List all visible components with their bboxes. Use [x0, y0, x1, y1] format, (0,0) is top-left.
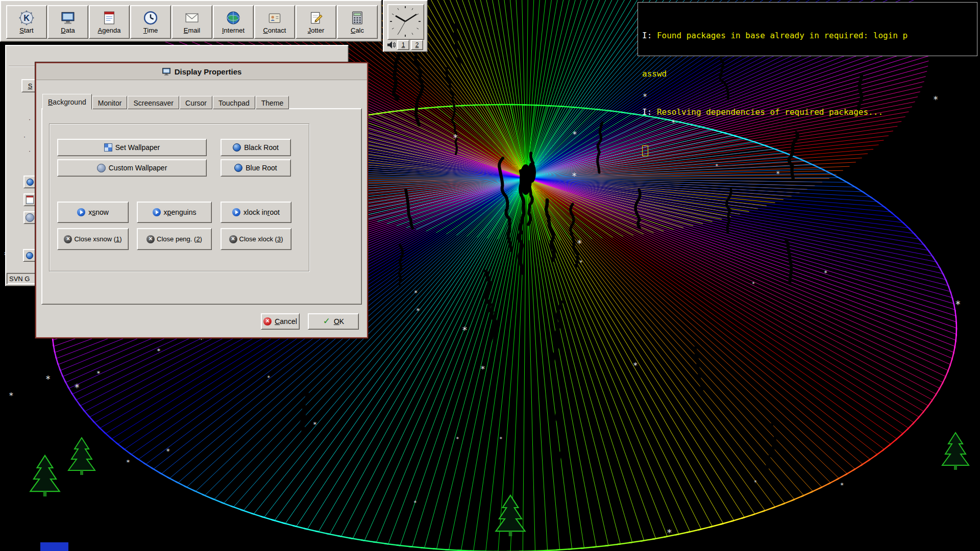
- tab-touchpad[interactable]: Touchpad: [213, 96, 255, 109]
- close-xlock-button[interactable]: Close xlock (3): [220, 228, 291, 250]
- globe-icon: [233, 143, 241, 152]
- dialog-titlebar[interactable]: Display Properties: [36, 63, 367, 80]
- display-icon: [162, 67, 171, 76]
- display-properties-dialog[interactable]: Display Properties Background Monitor Sc…: [35, 62, 368, 338]
- black-root-button[interactable]: Black Root: [220, 139, 291, 156]
- jotter-icon: [308, 10, 324, 26]
- wallpaper-grid-icon: [104, 143, 112, 152]
- background-window-icon-button-4[interactable]: [23, 249, 36, 262]
- terminal-line: [642, 144, 973, 157]
- analog-clock[interactable]: [387, 4, 424, 40]
- internet-icon: [226, 10, 241, 26]
- time-icon: [143, 10, 158, 26]
- taskbar-internet-button[interactable]: Internet: [213, 5, 254, 39]
- xpenguins-button[interactable]: xpenguins: [137, 202, 212, 223]
- gear-icon: [97, 164, 106, 172]
- tab-theme[interactable]: Theme: [256, 96, 289, 109]
- taskbar: K Start Data Agenda: [0, 0, 382, 42]
- background-window-mark: ·: [29, 116, 31, 123]
- document-icon: [26, 195, 34, 204]
- terminal-window[interactable]: I: Found packages in base already in req…: [638, 2, 977, 56]
- blue-root-button[interactable]: Blue Root: [220, 159, 291, 177]
- xlock-inroot-button[interactable]: xlock inroot: [220, 202, 291, 223]
- check-icon: [323, 317, 331, 325]
- workspace-2-button[interactable]: 2: [411, 40, 423, 50]
- speaker-icon[interactable]: [386, 41, 396, 49]
- agenda-icon: [102, 10, 117, 26]
- taskbar-calc-button[interactable]: Calc: [337, 5, 378, 39]
- k-menu-icon: K: [19, 10, 34, 26]
- data-icon: [60, 10, 76, 26]
- workspace-1-button[interactable]: 1: [397, 40, 409, 50]
- tab-monitor[interactable]: Monitor: [92, 96, 128, 109]
- analog-clock-face: [388, 5, 423, 38]
- background-window-mark: ·: [23, 133, 26, 140]
- desktop: ****************************************…: [0, 0, 980, 551]
- close-xsnow-button[interactable]: Close xsnow (1): [57, 228, 129, 250]
- close-circle-icon: [146, 235, 155, 243]
- tab-background[interactable]: Background: [42, 94, 92, 110]
- svg-text:K: K: [23, 13, 30, 22]
- launch-icon: [232, 208, 240, 216]
- taskbar-contact-button[interactable]: Contact: [254, 5, 295, 39]
- terminal-cursor: [642, 145, 648, 156]
- globe-icon: [26, 252, 33, 259]
- close-circle-icon: [229, 235, 237, 243]
- dialog-title: Display Properties: [175, 67, 242, 76]
- set-wallpaper-button[interactable]: Set Wallpaper: [57, 139, 207, 156]
- contact-icon: [267, 10, 282, 26]
- launch-icon: [153, 208, 161, 216]
- cancel-icon: [263, 317, 272, 325]
- taskbar-start-button[interactable]: K Start: [6, 5, 47, 39]
- terminal-line: asswd: [642, 67, 973, 80]
- background-window-icon-button-3[interactable]: [23, 211, 36, 224]
- custom-wallpaper-button[interactable]: Custom Wallpaper: [57, 159, 207, 177]
- globe-icon: [234, 164, 242, 172]
- tab-cursor[interactable]: Cursor: [180, 96, 212, 109]
- launch-icon: [77, 208, 85, 216]
- xsnow-button[interactable]: xsnow: [57, 202, 129, 223]
- background-window-separator: [9, 66, 39, 67]
- gear-icon: [26, 213, 34, 222]
- close-circle-icon: [64, 235, 72, 243]
- email-icon: [184, 10, 200, 26]
- background-window-icon-button-1[interactable]: [23, 176, 36, 188]
- taskbar-jotter-button[interactable]: Jotter: [296, 5, 336, 39]
- calc-icon: [350, 10, 365, 26]
- globe-icon: [27, 179, 34, 186]
- dialog-tab-bar: Background Monitor Screensaver Cursor To…: [42, 93, 289, 109]
- taskbar-agenda-button[interactable]: Agenda: [89, 5, 130, 39]
- background-window-icon-button-2[interactable]: [23, 193, 36, 206]
- cancel-button[interactable]: Cancel: [261, 313, 300, 330]
- terminal-line: I: Resolving dependencies of required pa…: [642, 106, 973, 118]
- ok-button[interactable]: OK: [308, 313, 359, 330]
- bottom-window-fragment[interactable]: [40, 542, 68, 551]
- taskbar-time-button[interactable]: Time: [130, 5, 171, 39]
- terminal-line: I: Found packages in base already in req…: [642, 29, 973, 42]
- background-window-mark: ·: [29, 147, 31, 155]
- clock-panel: 1 2: [383, 0, 428, 52]
- tray-row: 1 2: [386, 40, 423, 50]
- taskbar-email-button[interactable]: Email: [172, 5, 212, 39]
- taskbar-data-button[interactable]: Data: [47, 5, 88, 39]
- tab-screensaver[interactable]: Screensaver: [128, 96, 179, 109]
- close-peng-button[interactable]: Close peng. (2): [137, 228, 212, 250]
